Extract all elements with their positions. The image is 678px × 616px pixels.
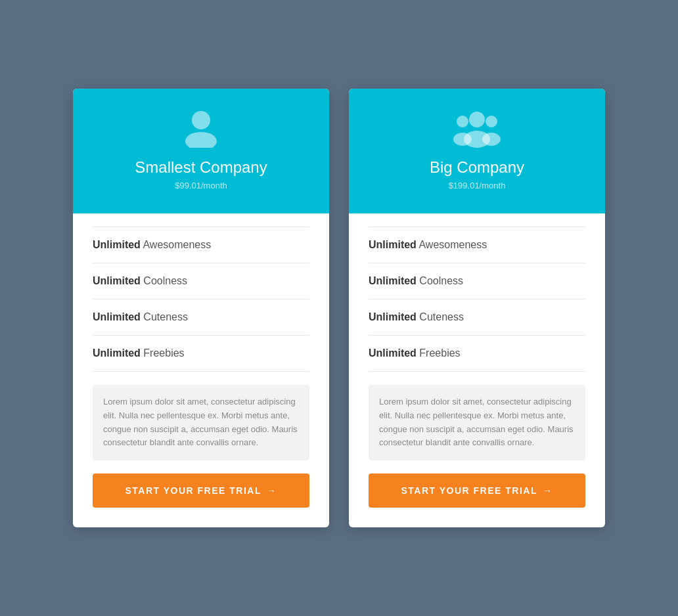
feature-text: Cuteness [417,311,464,322]
svg-point-5 [453,133,472,146]
card-title-big: Big Company [362,158,592,177]
feature-text: Cuteness [141,311,188,322]
feature-list-smallest: Unlimited Awesomeness Unlimited Coolness… [93,227,309,372]
feature-item: Unlimited Awesomeness [369,227,585,263]
svg-point-1 [185,132,217,148]
card-body-big: Unlimited Awesomeness Unlimited Coolness… [349,227,605,527]
feature-item: Unlimited Cuteness [93,299,309,336]
feature-bold: Unlimited [93,311,141,322]
description-box-smallest: Lorem ipsum dolor sit amet, consectetur … [93,385,309,460]
feature-bold: Unlimited [369,347,417,359]
card-price-smallest: $99.01/month [86,181,316,190]
feature-text: Awesomeness [141,239,211,250]
feature-text: Coolness [417,275,463,286]
svg-point-2 [469,112,485,127]
feature-text: Coolness [141,275,187,286]
feature-bold: Unlimited [93,239,141,250]
feature-text: Awesomeness [417,239,487,250]
pricing-card-smallest: Smallest Company $99.01/month Unlimited … [73,89,329,527]
trial-button-label: START YOUR FREE TRIAL [125,485,261,496]
feature-bold: Unlimited [369,311,417,322]
feature-item: Unlimited Coolness [369,263,585,299]
arrow-icon: → [543,485,553,496]
pricing-cards: Smallest Company $99.01/month Unlimited … [73,89,605,527]
pricing-card-big: Big Company $199.01/month Unlimited Awes… [349,89,605,527]
svg-point-0 [192,111,210,129]
feature-bold: Unlimited [369,239,417,250]
feature-item: Unlimited Cuteness [369,299,585,336]
card-header-big: Big Company $199.01/month [349,89,605,213]
card-body-smallest: Unlimited Awesomeness Unlimited Coolness… [73,227,329,527]
card-header-smallest: Smallest Company $99.01/month [73,89,329,213]
arrow-icon: → [267,485,277,496]
single-user-icon [86,108,316,148]
multi-user-icon [362,108,592,148]
feature-item: Unlimited Freebies [369,336,585,372]
trial-button-label: START YOUR FREE TRIAL [401,485,537,496]
feature-text: Freebies [417,347,461,359]
trial-button-big[interactable]: START YOUR FREE TRIAL→ [369,473,585,508]
feature-item: Unlimited Coolness [93,263,309,299]
feature-bold: Unlimited [93,347,141,359]
svg-point-6 [486,116,497,127]
feature-text: Freebies [141,347,185,359]
card-title-smallest: Smallest Company [86,158,316,177]
feature-item: Unlimited Awesomeness [93,227,309,263]
card-price-big: $199.01/month [362,181,592,190]
trial-button-smallest[interactable]: START YOUR FREE TRIAL→ [93,473,309,508]
feature-bold: Unlimited [369,275,417,286]
feature-list-big: Unlimited Awesomeness Unlimited Coolness… [369,227,585,372]
feature-item: Unlimited Freebies [93,336,309,372]
description-box-big: Lorem ipsum dolor sit amet, consectetur … [369,385,585,460]
svg-point-4 [457,116,468,127]
svg-point-7 [482,133,501,146]
feature-bold: Unlimited [93,275,141,286]
